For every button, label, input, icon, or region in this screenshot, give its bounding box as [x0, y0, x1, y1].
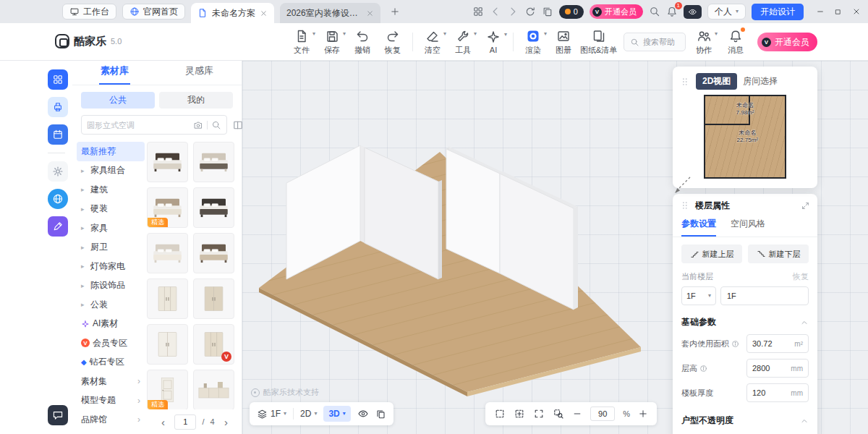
- material-thumbnail-wardrobe[interactable]: [147, 278, 188, 319]
- property-input[interactable]: [752, 339, 793, 348]
- material-thumbnail-bed[interactable]: 精选: [147, 187, 188, 228]
- material-thumbnail-wardrobe[interactable]: V: [193, 324, 234, 365]
- material-thumbnail-bed[interactable]: [193, 187, 234, 228]
- material-thumbnail-bed[interactable]: [193, 142, 234, 182]
- member-upgrade-badge[interactable]: V 开通会员: [590, 4, 643, 19]
- dock-community-button[interactable]: [48, 189, 68, 209]
- property-input[interactable]: [752, 388, 789, 397]
- category-item[interactable]: AI素材: [77, 315, 145, 334]
- category-item[interactable]: ▸家具组合: [77, 161, 145, 181]
- category-item[interactable]: ▸建筑: [77, 180, 145, 200]
- material-search-box[interactable]: [81, 115, 227, 135]
- chevron-up-icon[interactable]: [800, 318, 809, 327]
- expand-icon[interactable]: [801, 201, 810, 210]
- zoom-area-icon[interactable]: [553, 408, 564, 420]
- page-input[interactable]: [174, 414, 196, 430]
- tab-inspiration-library[interactable]: 灵感库: [157, 61, 242, 85]
- material-thumbnail-cabinet[interactable]: [193, 370, 234, 410]
- duplicate-view-icon[interactable]: [375, 409, 386, 420]
- category-item[interactable]: 最新推荐: [77, 142, 145, 161]
- new-tab-button[interactable]: [386, 3, 404, 20]
- tab-2d-view[interactable]: 2D视图: [696, 73, 737, 90]
- dock-materials-button[interactable]: [48, 69, 68, 90]
- tab-parameter-settings[interactable]: 参数设置: [681, 217, 716, 237]
- close-tab-icon[interactable]: [366, 9, 374, 17]
- toolbar-clear-button[interactable]: ▾清空: [417, 27, 448, 57]
- messages-button[interactable]: 消息: [720, 27, 751, 57]
- move-view-icon[interactable]: [514, 408, 525, 420]
- dock-print-button[interactable]: [48, 97, 68, 117]
- material-thumbnail-bed[interactable]: [147, 142, 188, 182]
- dock-orders-button[interactable]: [48, 124, 68, 145]
- floor-name-input[interactable]: [720, 286, 809, 305]
- search-icon[interactable]: [649, 6, 660, 17]
- apps-grid-icon[interactable]: [472, 6, 484, 17]
- back-icon[interactable]: [490, 6, 501, 17]
- zoom-input[interactable]: [590, 407, 615, 421]
- home-button[interactable]: 官网首页: [122, 4, 185, 20]
- restore-link[interactable]: 恢复: [793, 271, 809, 282]
- category-item[interactable]: V会员专区: [77, 333, 145, 353]
- new-lower-floor-button[interactable]: 新建下层: [748, 244, 809, 263]
- forward-icon[interactable]: [507, 6, 519, 17]
- zoom-out-icon[interactable]: [572, 409, 582, 419]
- zoom-in-icon[interactable]: [638, 409, 648, 419]
- toolbar-render-button[interactable]: ▾渲染: [518, 27, 548, 57]
- drag-handle-icon[interactable]: [680, 77, 690, 87]
- preview-mode-button[interactable]: [684, 5, 702, 19]
- start-design-button[interactable]: 开始设计: [752, 4, 804, 20]
- new-upper-floor-button[interactable]: 新建上层: [681, 244, 742, 263]
- notifications-button[interactable]: 1: [666, 6, 678, 17]
- close-tab-icon[interactable]: [260, 9, 268, 17]
- mode-3d-button[interactable]: 3D ▾: [323, 406, 350, 422]
- member-button[interactable]: V 开通会员: [757, 33, 817, 51]
- dock-feedback-button[interactable]: [48, 405, 68, 425]
- scope-mine-button[interactable]: 我的: [159, 92, 233, 109]
- fit-view-icon[interactable]: [533, 408, 545, 420]
- refresh-icon[interactable]: [524, 6, 536, 17]
- category-item[interactable]: ▸家具: [77, 218, 145, 238]
- material-search-input[interactable]: [87, 121, 190, 129]
- tab-space-style[interactable]: 空间风格: [731, 217, 765, 237]
- material-thumbnail-wardrobe[interactable]: [193, 278, 234, 319]
- dock-settings-button[interactable]: [48, 161, 68, 182]
- toolbar-save-button[interactable]: ▾保存: [317, 27, 347, 57]
- toolbar-ai-button[interactable]: ▾AI: [478, 27, 509, 57]
- help-search[interactable]: 搜索帮助: [624, 33, 686, 51]
- material-thumbnail-wardrobe[interactable]: [147, 324, 188, 365]
- toolbar-undo-button[interactable]: 撤销: [347, 27, 378, 57]
- category-item[interactable]: ▸公装: [77, 295, 145, 315]
- toolbar-album-button[interactable]: 图册: [548, 27, 579, 57]
- floor-select[interactable]: 1F ▾: [681, 286, 716, 305]
- property-input[interactable]: [752, 364, 789, 373]
- search-icon[interactable]: [211, 120, 221, 130]
- tab-unnamed-plan[interactable]: 未命名方案: [191, 3, 274, 23]
- material-thumbnail-door[interactable]: 精选: [147, 370, 188, 410]
- toolbar-tools-button[interactable]: ▾工具: [448, 27, 478, 57]
- next-page-button[interactable]: ›: [221, 416, 232, 428]
- maximize-button[interactable]: [829, 1, 847, 22]
- profile-menu[interactable]: 个人 ▾: [707, 4, 746, 20]
- tab-design-article[interactable]: 2026室内装修设计、...: [280, 3, 380, 23]
- tab-room-select[interactable]: 房间选择: [743, 75, 778, 88]
- toolbar-file-button[interactable]: ▾文件: [286, 27, 317, 57]
- mode-2d-button[interactable]: 2D ▾: [300, 409, 317, 419]
- floor-selector[interactable]: 1F ▾: [257, 409, 286, 420]
- collaborate-button[interactable]: ▾ 协作: [689, 27, 719, 57]
- category-item[interactable]: 模型专题›: [77, 391, 145, 411]
- category-item[interactable]: 品牌馆›: [77, 410, 145, 430]
- prev-page-button[interactable]: ‹: [157, 416, 169, 428]
- category-item[interactable]: ▸厨卫: [77, 238, 145, 258]
- select-area-icon[interactable]: [494, 408, 506, 420]
- close-window-button[interactable]: [847, 1, 865, 22]
- toolbar-sheets-button[interactable]: 图纸&清单: [579, 27, 618, 57]
- viewport-3d[interactable]: 酷家乐技术支持 1F ▾ 2D ▾ 3D ▾: [242, 61, 868, 434]
- category-item[interactable]: 素材集›: [77, 372, 145, 391]
- scope-public-button[interactable]: 公共: [81, 92, 155, 109]
- category-item[interactable]: ◆钻石专区: [77, 353, 145, 373]
- toolbar-redo-button[interactable]: 恢复: [378, 27, 408, 57]
- chevron-up-icon[interactable]: [800, 417, 809, 425]
- drag-handle-icon[interactable]: [680, 200, 690, 210]
- category-item[interactable]: ▸灯饰家电: [77, 257, 145, 276]
- tab-material-library[interactable]: 素材库: [72, 61, 157, 85]
